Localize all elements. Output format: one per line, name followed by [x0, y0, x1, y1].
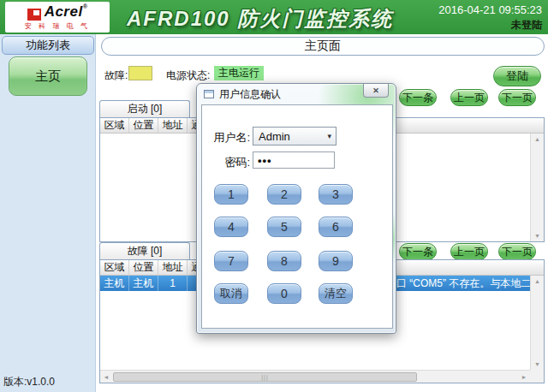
column-header-position[interactable]: 位置 — [129, 118, 158, 133]
acrel-logo-icon — [27, 9, 41, 21]
page-title: 主页面 — [101, 37, 545, 56]
dialog-body: 用户名: Admin ▾ 密码: 1 2 3 4 5 6 7 8 9 取消 0 … — [201, 104, 393, 329]
brand-text: Acrel® — [45, 3, 88, 21]
fault-indicator — [128, 66, 152, 80]
dialog-title: 用户信息确认 — [219, 87, 281, 102]
registered-mark: ® — [83, 3, 88, 9]
keypad-9-button[interactable]: 9 — [319, 251, 353, 271]
next-page-button-bottom[interactable]: 下一页 — [498, 243, 536, 260]
row-cell-position: 主机 — [129, 276, 158, 291]
keypad-7-button[interactable]: 7 — [214, 251, 248, 271]
datetime-text: 2016-04-21 09:55:23 — [438, 3, 542, 16]
fault-label: 故障: — [104, 68, 128, 83]
power-status-label: 电源状态: — [166, 68, 210, 83]
keypad-5-button[interactable]: 5 — [267, 217, 301, 237]
row-cell-area: 主机 — [100, 276, 129, 291]
login-button[interactable]: 登陆 — [493, 66, 541, 86]
next-item-button-bottom[interactable]: 下一条 — [399, 243, 437, 260]
scroll-left-icon[interactable]: ◄ — [100, 374, 112, 380]
login-status-text: 未登陆 — [511, 18, 542, 33]
username-select[interactable]: Admin ▾ — [253, 127, 337, 146]
scroll-down-icon[interactable]: ▼ — [534, 359, 540, 370]
chevron-down-icon: ▾ — [327, 132, 331, 140]
login-dialog: 用户信息确认 ✕ 用户名: Admin ▾ 密码: 1 2 3 4 5 6 7 … — [196, 83, 396, 334]
clear-button[interactable]: 清空 — [319, 283, 353, 304]
app-title: AFRD100 防火门监控系统 — [127, 5, 393, 33]
header-bar: Acrel® 安 科 瑞 电 气 AFRD100 防火门监控系统 2016-04… — [0, 0, 548, 34]
prev-page-button-top[interactable]: 上一页 — [450, 89, 488, 106]
column-header-position[interactable]: 位置 — [129, 260, 158, 275]
version-text: 版本:v1.0.0 — [3, 375, 55, 389]
password-label: 密码: — [211, 155, 250, 170]
start-table-vertical-scrollbar[interactable]: ▲ ▼ — [530, 134, 544, 241]
app-window: Acrel® 安 科 瑞 电 气 AFRD100 防火门监控系统 2016-04… — [0, 0, 548, 392]
scrollbar-grip-icon: ||| — [261, 374, 268, 380]
scroll-up-icon[interactable]: ▲ — [534, 276, 540, 287]
horizontal-scrollbar-thumb[interactable]: ||| — [113, 372, 417, 382]
column-header-address[interactable]: 地址 — [158, 118, 188, 133]
scroll-down-icon[interactable]: ▼ — [534, 230, 540, 241]
scroll-up-icon[interactable]: ▲ — [534, 134, 540, 145]
fault-table-vertical-scrollbar[interactable]: ▲ ▼ — [530, 276, 544, 370]
scrollbar-corner — [530, 370, 544, 383]
next-item-button-top[interactable]: 下一条 — [399, 89, 437, 106]
keypad-6-button[interactable]: 6 — [319, 217, 353, 237]
scroll-right-icon[interactable]: ► — [518, 374, 530, 380]
keypad-2-button[interactable]: 2 — [267, 184, 301, 205]
dialog-window-icon — [204, 90, 214, 98]
column-header-area[interactable]: 区域 — [100, 118, 129, 133]
tab-start[interactable]: 启动 [0] — [99, 100, 190, 117]
sidebar-item-home[interactable]: 主页 — [9, 56, 87, 96]
password-input[interactable] — [253, 151, 335, 169]
keypad-1-button[interactable]: 1 — [214, 184, 248, 205]
prev-page-button-bottom[interactable]: 上一页 — [450, 243, 488, 260]
cancel-button[interactable]: 取消 — [214, 283, 248, 304]
column-header-area[interactable]: 区域 — [100, 260, 129, 275]
function-list-button[interactable]: 功能列表 — [2, 36, 94, 55]
keypad-8-button[interactable]: 8 — [267, 251, 301, 271]
sidebar: 功能列表 主页 版本:v1.0.0 — [0, 34, 96, 392]
keypad-4-button[interactable]: 4 — [214, 217, 248, 237]
acrel-logo: Acrel® 安 科 瑞 电 气 — [5, 2, 110, 33]
row-cell-address: 1 — [158, 276, 188, 291]
power-status-value: 主电运行 — [214, 66, 264, 80]
brand-subtitle: 安 科 瑞 电 气 — [25, 21, 90, 31]
keypad-0-button[interactable]: 0 — [267, 283, 301, 304]
close-icon: ✕ — [372, 86, 379, 95]
next-page-button-top[interactable]: 下一页 — [498, 89, 536, 106]
row-fault-message: 口 “COM5” 不存在。与本地二总 — [396, 276, 530, 291]
column-header-address[interactable]: 地址 — [158, 260, 188, 275]
username-label: 用户名: — [211, 130, 250, 146]
keypad-3-button[interactable]: 3 — [319, 184, 353, 205]
tab-fault[interactable]: 故障 [0] — [99, 242, 190, 259]
close-button[interactable]: ✕ — [363, 84, 389, 98]
username-value: Admin — [259, 130, 290, 143]
fault-table-horizontal-scrollbar[interactable]: ◄ ||| ► — [100, 370, 530, 383]
